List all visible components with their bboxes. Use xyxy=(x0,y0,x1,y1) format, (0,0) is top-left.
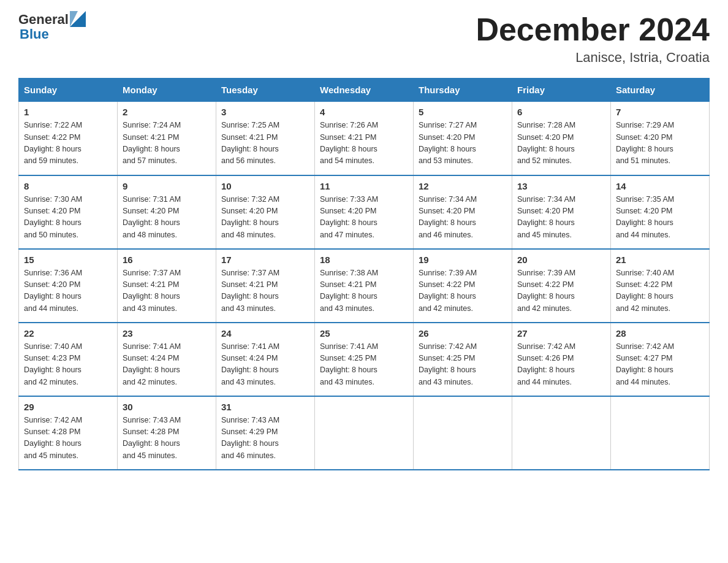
day-number: 23 xyxy=(123,328,211,339)
calendar-cell: 24 Sunrise: 7:41 AM Sunset: 4:24 PM Dayl… xyxy=(216,323,315,396)
day-info: Sunrise: 7:40 AM Sunset: 4:23 PM Dayligh… xyxy=(24,341,112,389)
calendar-cell: 19 Sunrise: 7:39 AM Sunset: 4:22 PM Dayl… xyxy=(414,249,512,323)
day-info: Sunrise: 7:40 AM Sunset: 4:22 PM Dayligh… xyxy=(616,267,704,315)
day-number: 18 xyxy=(320,255,408,265)
day-info: Sunrise: 7:27 AM Sunset: 4:20 PM Dayligh… xyxy=(419,120,507,167)
day-number: 14 xyxy=(616,181,704,191)
calendar-cell: 18 Sunrise: 7:38 AM Sunset: 4:21 PM Dayl… xyxy=(315,249,414,323)
day-info: Sunrise: 7:22 AM Sunset: 4:22 PM Dayligh… xyxy=(24,120,112,167)
day-info: Sunrise: 7:43 AM Sunset: 4:28 PM Dayligh… xyxy=(123,415,211,462)
logo: General Blue xyxy=(18,12,86,42)
day-info: Sunrise: 7:34 AM Sunset: 4:20 PM Dayligh… xyxy=(517,194,605,242)
calendar-cell: 27 Sunrise: 7:42 AM Sunset: 4:26 PM Dayl… xyxy=(512,323,611,396)
day-number: 22 xyxy=(24,328,112,339)
calendar-cell: 11 Sunrise: 7:33 AM Sunset: 4:20 PM Dayl… xyxy=(315,175,414,249)
calendar-cell: 9 Sunrise: 7:31 AM Sunset: 4:20 PM Dayli… xyxy=(118,175,216,249)
calendar-week-row: 22 Sunrise: 7:40 AM Sunset: 4:23 PM Dayl… xyxy=(19,323,710,396)
day-info: Sunrise: 7:29 AM Sunset: 4:20 PM Dayligh… xyxy=(616,120,704,167)
day-info: Sunrise: 7:33 AM Sunset: 4:20 PM Dayligh… xyxy=(320,194,408,242)
day-number: 26 xyxy=(419,328,507,339)
weekday-header-thursday: Thursday xyxy=(414,79,512,102)
day-info: Sunrise: 7:32 AM Sunset: 4:20 PM Dayligh… xyxy=(221,194,309,242)
weekday-header-sunday: Sunday xyxy=(19,79,118,102)
day-info: Sunrise: 7:42 AM Sunset: 4:28 PM Dayligh… xyxy=(24,415,112,462)
weekday-header-row: SundayMondayTuesdayWednesdayThursdayFrid… xyxy=(19,79,710,102)
calendar-cell: 3 Sunrise: 7:25 AM Sunset: 4:21 PM Dayli… xyxy=(216,102,315,175)
calendar-cell: 22 Sunrise: 7:40 AM Sunset: 4:23 PM Dayl… xyxy=(19,323,118,396)
day-number: 25 xyxy=(320,328,408,339)
weekday-header-saturday: Saturday xyxy=(611,79,710,102)
calendar-cell: 23 Sunrise: 7:41 AM Sunset: 4:24 PM Dayl… xyxy=(118,323,216,396)
day-info: Sunrise: 7:38 AM Sunset: 4:21 PM Dayligh… xyxy=(320,267,408,315)
day-info: Sunrise: 7:37 AM Sunset: 4:21 PM Dayligh… xyxy=(221,267,309,315)
weekday-header-friday: Friday xyxy=(512,79,611,102)
calendar-cell: 30 Sunrise: 7:43 AM Sunset: 4:28 PM Dayl… xyxy=(118,396,216,470)
day-number: 8 xyxy=(24,181,112,191)
day-number: 24 xyxy=(221,328,309,339)
calendar-table: SundayMondayTuesdayWednesdayThursdayFrid… xyxy=(18,78,710,470)
page-header: General Blue December 2024 Lanisce, Istr… xyxy=(18,12,710,66)
calendar-cell: 26 Sunrise: 7:42 AM Sunset: 4:25 PM Dayl… xyxy=(414,323,512,396)
day-number: 10 xyxy=(221,181,309,191)
day-info: Sunrise: 7:39 AM Sunset: 4:22 PM Dayligh… xyxy=(517,267,605,315)
calendar-cell: 13 Sunrise: 7:34 AM Sunset: 4:20 PM Dayl… xyxy=(512,175,611,249)
day-number: 5 xyxy=(419,107,507,117)
day-info: Sunrise: 7:42 AM Sunset: 4:26 PM Dayligh… xyxy=(517,341,605,389)
calendar-cell xyxy=(414,396,512,470)
day-number: 13 xyxy=(517,181,605,191)
day-number: 9 xyxy=(123,181,211,191)
logo-general-text: General xyxy=(18,12,69,27)
calendar-cell: 25 Sunrise: 7:41 AM Sunset: 4:25 PM Dayl… xyxy=(315,323,414,396)
calendar-week-row: 8 Sunrise: 7:30 AM Sunset: 4:20 PM Dayli… xyxy=(19,175,710,249)
day-number: 1 xyxy=(24,107,112,117)
weekday-header-tuesday: Tuesday xyxy=(216,79,315,102)
day-number: 21 xyxy=(616,255,704,265)
calendar-cell: 6 Sunrise: 7:28 AM Sunset: 4:20 PM Dayli… xyxy=(512,102,611,175)
day-number: 28 xyxy=(616,328,704,339)
calendar-cell: 10 Sunrise: 7:32 AM Sunset: 4:20 PM Dayl… xyxy=(216,175,315,249)
day-number: 11 xyxy=(320,181,408,191)
day-info: Sunrise: 7:35 AM Sunset: 4:20 PM Dayligh… xyxy=(616,194,704,242)
weekday-header-monday: Monday xyxy=(118,79,216,102)
day-number: 17 xyxy=(221,255,309,265)
day-number: 4 xyxy=(320,107,408,117)
day-info: Sunrise: 7:39 AM Sunset: 4:22 PM Dayligh… xyxy=(419,267,507,315)
calendar-cell xyxy=(315,396,414,470)
day-info: Sunrise: 7:43 AM Sunset: 4:29 PM Dayligh… xyxy=(221,415,309,462)
logo-blue-text: Blue xyxy=(20,27,86,42)
day-info: Sunrise: 7:41 AM Sunset: 4:24 PM Dayligh… xyxy=(123,341,211,389)
day-info: Sunrise: 7:25 AM Sunset: 4:21 PM Dayligh… xyxy=(221,120,309,167)
day-number: 20 xyxy=(517,255,605,265)
calendar-cell xyxy=(611,396,710,470)
calendar-week-row: 1 Sunrise: 7:22 AM Sunset: 4:22 PM Dayli… xyxy=(19,102,710,175)
day-info: Sunrise: 7:31 AM Sunset: 4:20 PM Dayligh… xyxy=(123,194,211,242)
weekday-header-wednesday: Wednesday xyxy=(315,79,414,102)
calendar-cell: 16 Sunrise: 7:37 AM Sunset: 4:21 PM Dayl… xyxy=(118,249,216,323)
day-number: 6 xyxy=(517,107,605,117)
calendar-cell: 29 Sunrise: 7:42 AM Sunset: 4:28 PM Dayl… xyxy=(19,396,118,470)
title-block: December 2024 Lanisce, Istria, Croatia xyxy=(476,12,710,66)
day-number: 30 xyxy=(123,402,211,412)
day-info: Sunrise: 7:36 AM Sunset: 4:20 PM Dayligh… xyxy=(24,267,112,315)
calendar-cell: 31 Sunrise: 7:43 AM Sunset: 4:29 PM Dayl… xyxy=(216,396,315,470)
logo-icon xyxy=(70,11,86,27)
day-number: 29 xyxy=(24,402,112,412)
calendar-cell: 8 Sunrise: 7:30 AM Sunset: 4:20 PM Dayli… xyxy=(19,175,118,249)
day-number: 2 xyxy=(123,107,211,117)
day-info: Sunrise: 7:41 AM Sunset: 4:25 PM Dayligh… xyxy=(320,341,408,389)
calendar-week-row: 15 Sunrise: 7:36 AM Sunset: 4:20 PM Dayl… xyxy=(19,249,710,323)
day-info: Sunrise: 7:41 AM Sunset: 4:24 PM Dayligh… xyxy=(221,341,309,389)
calendar-cell: 17 Sunrise: 7:37 AM Sunset: 4:21 PM Dayl… xyxy=(216,249,315,323)
location-subtitle: Lanisce, Istria, Croatia xyxy=(476,50,710,66)
day-info: Sunrise: 7:37 AM Sunset: 4:21 PM Dayligh… xyxy=(123,267,211,315)
calendar-cell: 14 Sunrise: 7:35 AM Sunset: 4:20 PM Dayl… xyxy=(611,175,710,249)
calendar-week-row: 29 Sunrise: 7:42 AM Sunset: 4:28 PM Dayl… xyxy=(19,396,710,470)
day-number: 3 xyxy=(221,107,309,117)
calendar-cell: 4 Sunrise: 7:26 AM Sunset: 4:21 PM Dayli… xyxy=(315,102,414,175)
day-info: Sunrise: 7:28 AM Sunset: 4:20 PM Dayligh… xyxy=(517,120,605,167)
day-number: 27 xyxy=(517,328,605,339)
calendar-cell: 15 Sunrise: 7:36 AM Sunset: 4:20 PM Dayl… xyxy=(19,249,118,323)
calendar-cell: 21 Sunrise: 7:40 AM Sunset: 4:22 PM Dayl… xyxy=(611,249,710,323)
calendar-cell: 7 Sunrise: 7:29 AM Sunset: 4:20 PM Dayli… xyxy=(611,102,710,175)
day-number: 7 xyxy=(616,107,704,117)
